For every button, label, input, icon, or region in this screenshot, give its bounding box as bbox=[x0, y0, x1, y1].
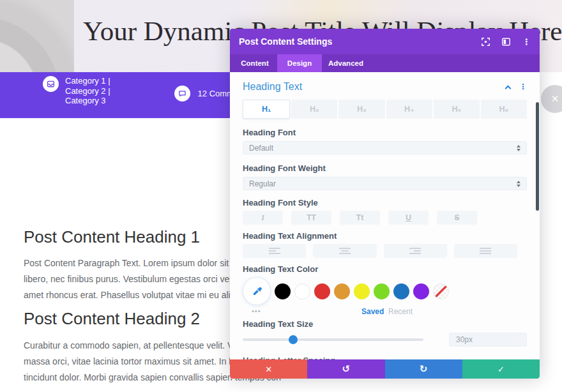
page-settings-close-button[interactable]: ✕ bbox=[541, 85, 562, 113]
comments-circle bbox=[174, 86, 190, 102]
heading-level-tabs: H₁ H₂ H₃ H₄ H₅ H₆ bbox=[243, 100, 527, 119]
more-colors-button[interactable]: ••• bbox=[252, 307, 261, 315]
recent-colors-tab[interactable]: Recent bbox=[388, 307, 413, 316]
align-center-button[interactable] bbox=[313, 244, 376, 258]
style-smallcaps-button[interactable]: Tt bbox=[340, 211, 380, 225]
discard-button[interactable]: ✕ bbox=[230, 359, 307, 379]
color-swatch-black[interactable] bbox=[275, 283, 291, 299]
eyedropper-button[interactable] bbox=[243, 277, 271, 305]
paragraph-text: Post Content Paragraph Text. Lorem ipsum… bbox=[24, 258, 256, 268]
tab-design[interactable]: Design bbox=[277, 54, 322, 72]
style-uppercase-button[interactable]: TT bbox=[291, 211, 331, 225]
modal-header[interactable]: Post Content Settings ⋮ bbox=[230, 29, 540, 54]
categories-group: Category 1 | Category 2 | Category 3 bbox=[43, 76, 110, 106]
category-link-1[interactable]: Category 1 | bbox=[65, 76, 110, 86]
heading-font-style-label: Heading Font Style bbox=[243, 198, 527, 207]
section-header: Heading Text ⋮ bbox=[243, 80, 527, 94]
color-picker-row bbox=[243, 276, 527, 306]
color-palette-tabs: ••• Saved Recent bbox=[243, 307, 527, 316]
category-circle bbox=[43, 76, 59, 92]
select-arrows-icon bbox=[517, 145, 520, 151]
color-swatch-purple[interactable] bbox=[413, 283, 429, 299]
heading-font-value: Default bbox=[249, 144, 273, 153]
modal-footer: ✕ ↺ ↻ ✓ bbox=[230, 359, 540, 379]
style-underline-button[interactable]: U bbox=[388, 211, 429, 225]
heading-font-weight-select[interactable]: Regular bbox=[243, 177, 527, 190]
align-center-icon bbox=[339, 247, 351, 255]
modal-tab-bar: Content Design Advanced bbox=[230, 54, 540, 72]
style-strikethrough-button[interactable]: S bbox=[437, 211, 477, 225]
save-check-icon: ✓ bbox=[497, 365, 505, 374]
heading-level-h2[interactable]: H₂ bbox=[291, 100, 337, 119]
hero-decorative-blob bbox=[0, 0, 74, 72]
page-root: Your Dynamic Post Title Will Display Her… bbox=[0, 0, 562, 392]
tab-advanced[interactable]: Advanced bbox=[322, 54, 370, 72]
align-left-icon bbox=[269, 247, 280, 255]
text-size-input[interactable]: 30px bbox=[449, 333, 527, 347]
heading-font-weight-label: Heading Font Weight bbox=[243, 163, 527, 173]
comment-bubble-icon bbox=[178, 89, 186, 98]
focus-mode-icon[interactable] bbox=[482, 38, 490, 46]
heading-text-alignment-label: Heading Text Alignment bbox=[243, 231, 527, 241]
post-content-heading-2: Post Content Heading 2 bbox=[24, 309, 200, 329]
color-swatch-red[interactable] bbox=[314, 283, 330, 299]
style-italic-button[interactable]: I bbox=[243, 211, 283, 225]
heading-font-label: Heading Font bbox=[243, 128, 527, 137]
text-size-slider[interactable] bbox=[243, 338, 423, 341]
modal-scrollbar-thumb[interactable] bbox=[536, 102, 539, 211]
eyedropper-icon bbox=[252, 286, 262, 297]
align-left-button[interactable] bbox=[243, 244, 306, 258]
close-icon: ✕ bbox=[551, 93, 559, 105]
slider-knob[interactable] bbox=[289, 335, 298, 344]
color-swatch-green[interactable] bbox=[374, 283, 390, 299]
heading-font-weight-value: Regular bbox=[249, 179, 276, 188]
modal-header-icons: ⋮ bbox=[482, 38, 531, 46]
heading-text-size-label: Heading Text Size bbox=[243, 319, 527, 329]
undo-button[interactable]: ↺ bbox=[307, 359, 384, 379]
color-swatch-orange[interactable] bbox=[334, 283, 350, 299]
saved-colors-tab[interactable]: Saved bbox=[361, 307, 384, 316]
heading-level-h1[interactable]: H₁ bbox=[243, 100, 290, 119]
font-style-buttons: I TT Tt U S bbox=[243, 211, 527, 225]
color-swatch-yellow[interactable] bbox=[354, 283, 370, 299]
category-folder-icon bbox=[47, 80, 55, 88]
modal-title: Post Content Settings bbox=[239, 36, 332, 47]
modal-body: Heading Text ⋮ H₁ H₂ H₃ H₄ H₅ H₆ Heading… bbox=[230, 72, 540, 359]
modal-menu-icon[interactable]: ⋮ bbox=[522, 38, 531, 46]
heading-text-color-label: Heading Text Color bbox=[243, 264, 527, 274]
collapse-chevron-up-icon[interactable] bbox=[505, 85, 512, 91]
heading-font-select[interactable]: Default bbox=[243, 141, 527, 155]
heading-level-h6[interactable]: H₆ bbox=[481, 100, 527, 119]
dock-panel-icon[interactable] bbox=[502, 38, 510, 46]
redo-icon: ↻ bbox=[420, 363, 428, 375]
align-justify-button[interactable] bbox=[454, 244, 517, 258]
heading-level-h3[interactable]: H₃ bbox=[338, 100, 384, 119]
section-title-heading-text[interactable]: Heading Text bbox=[243, 81, 302, 93]
align-justify-icon bbox=[480, 247, 491, 255]
category-link-2[interactable]: Category 2 | bbox=[65, 86, 110, 96]
post-content-settings-modal: Post Content Settings ⋮ Content Design A… bbox=[230, 29, 540, 379]
category-link-3[interactable]: Category 3 bbox=[65, 96, 110, 106]
redo-button[interactable]: ↻ bbox=[385, 359, 462, 379]
align-right-button[interactable] bbox=[384, 244, 447, 258]
save-button[interactable]: ✓ bbox=[462, 359, 540, 379]
color-swatch-blue[interactable] bbox=[393, 283, 409, 299]
color-swatch-white[interactable] bbox=[294, 283, 310, 299]
category-list: Category 1 | Category 2 | Category 3 bbox=[65, 76, 110, 106]
heading-level-h4[interactable]: H₄ bbox=[386, 100, 432, 119]
heading-level-h5[interactable]: H₅ bbox=[434, 100, 480, 119]
undo-icon: ↺ bbox=[342, 363, 351, 375]
tab-content[interactable]: Content bbox=[232, 54, 277, 72]
color-swatch-none[interactable] bbox=[433, 283, 449, 299]
select-arrows-icon bbox=[517, 181, 520, 187]
section-menu-icon[interactable]: ⋮ bbox=[519, 83, 527, 91]
post-content-heading-1: Post Content Heading 1 bbox=[24, 227, 200, 247]
align-right-icon bbox=[409, 247, 421, 255]
alignment-buttons bbox=[243, 244, 527, 258]
discard-x-icon: ✕ bbox=[265, 365, 272, 374]
text-size-row: 30px bbox=[243, 333, 527, 347]
